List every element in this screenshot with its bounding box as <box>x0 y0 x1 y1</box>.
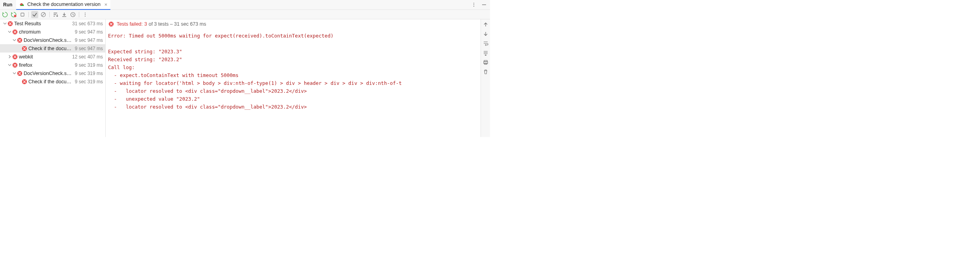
tree-node-time: 31 sec 673 ms <box>71 21 105 26</box>
fail-icon <box>22 79 27 84</box>
history-button[interactable] <box>69 11 76 18</box>
prev-failure-button[interactable] <box>482 21 489 28</box>
minimize-icon[interactable] <box>481 1 488 8</box>
tree-row[interactable]: firefox9 sec 319 ms <box>0 61 105 69</box>
summary-prefix: Tests failed: <box>117 21 143 27</box>
test-summary: Tests failed: 3 of 3 tests – 31 sec 673 … <box>108 20 481 28</box>
clear-button[interactable] <box>482 68 489 75</box>
chevron-down-icon[interactable] <box>7 30 12 34</box>
import-button[interactable] <box>61 11 68 18</box>
chevron-down-icon[interactable] <box>2 21 7 26</box>
tree-node-time: 9 sec 947 ms <box>73 38 105 43</box>
scroll-to-end-toggle[interactable] <box>482 49 489 56</box>
tree-row[interactable]: webkit12 sec 407 ms <box>0 53 105 61</box>
playwright-icon <box>19 2 25 7</box>
stop-button[interactable] <box>19 11 26 18</box>
soft-wrap-toggle[interactable] <box>482 40 489 47</box>
tree-row[interactable]: Check if the documentation version9 sec … <box>0 44 105 53</box>
console-output[interactable]: Error: Timed out 5000ms waiting for expe… <box>108 28 481 111</box>
chevron-placeholder <box>17 46 21 51</box>
tree-node-time: 9 sec 319 ms <box>73 62 105 68</box>
tree-row[interactable]: chromium9 sec 947 ms <box>0 28 105 36</box>
tree-node-time: 9 sec 947 ms <box>73 29 105 35</box>
tree-node-label: Test Results <box>14 21 71 26</box>
summary-failed-count: 3 <box>144 21 147 27</box>
toolwindow-title: Run <box>0 2 16 8</box>
next-failure-button[interactable] <box>482 30 489 38</box>
chevron-down-icon[interactable] <box>12 38 17 43</box>
main-split: Test Results31 sec 673 mschromium9 sec 9… <box>0 19 490 137</box>
fail-icon <box>12 54 18 60</box>
summary-suffix: of 3 tests – 31 sec 673 ms <box>149 21 206 27</box>
tree-node-time: 12 sec 407 ms <box>71 54 105 60</box>
tree-node-time: 9 sec 947 ms <box>73 46 105 51</box>
tree-row[interactable]: Test Results31 sec 673 ms <box>0 19 105 28</box>
print-button[interactable] <box>482 59 489 66</box>
run-config-tab[interactable]: Check the documentation version × <box>16 0 110 10</box>
chevron-right-icon[interactable] <box>7 54 12 59</box>
chevron-down-icon[interactable] <box>7 63 12 68</box>
output-panel: Tests failed: 3 of 3 tests – 31 sec 673 … <box>106 19 490 137</box>
chevron-placeholder <box>17 79 21 84</box>
show-passed-toggle[interactable] <box>31 11 38 18</box>
chevron-down-icon[interactable] <box>12 71 17 76</box>
tree-node-time: 9 sec 319 ms <box>73 71 105 76</box>
show-ignored-toggle[interactable] <box>40 11 47 18</box>
separator <box>49 12 50 17</box>
fail-icon <box>17 71 22 76</box>
tree-node-label: Check if the documentation version <box>28 46 73 51</box>
more-icon[interactable] <box>470 1 477 8</box>
rerun-failed-button[interactable] <box>10 11 17 18</box>
test-toolbar <box>0 10 490 19</box>
tree-node-label: DocVersionCheck.spec.js <box>24 38 73 43</box>
tree-node-label: chromium <box>19 29 73 35</box>
tree-node-label: firefox <box>19 62 73 68</box>
run-config-tab-label: Check the documentation version <box>27 2 101 7</box>
separator <box>28 12 29 17</box>
more-actions-button[interactable] <box>82 11 89 18</box>
toolwindow-tab-bar: Run Check the documentation version × <box>0 0 490 10</box>
tree-row[interactable]: DocVersionCheck.spec.js9 sec 947 ms <box>0 36 105 44</box>
close-tab-icon[interactable]: × <box>103 2 108 8</box>
tree-node-label: DocVersionCheck.spec.js <box>24 71 73 76</box>
fail-icon <box>12 29 18 35</box>
fail-icon <box>108 21 114 27</box>
test-tree-panel: Test Results31 sec 673 mschromium9 sec 9… <box>0 19 106 137</box>
fail-icon <box>12 62 18 68</box>
fail-icon <box>7 21 13 26</box>
tree-node-label: webkit <box>19 54 71 60</box>
fail-icon <box>17 38 22 43</box>
rerun-button[interactable] <box>2 11 9 18</box>
tree-node-label: Check if the documentation version <box>28 79 73 84</box>
output-gutter <box>481 19 490 137</box>
sort-button[interactable] <box>52 11 59 18</box>
separator <box>79 12 79 17</box>
fail-icon <box>22 46 27 51</box>
tree-row[interactable]: DocVersionCheck.spec.js9 sec 319 ms <box>0 69 105 77</box>
tree-row[interactable]: Check if the documentation version9 sec … <box>0 77 105 86</box>
tree-node-time: 9 sec 319 ms <box>73 79 105 84</box>
